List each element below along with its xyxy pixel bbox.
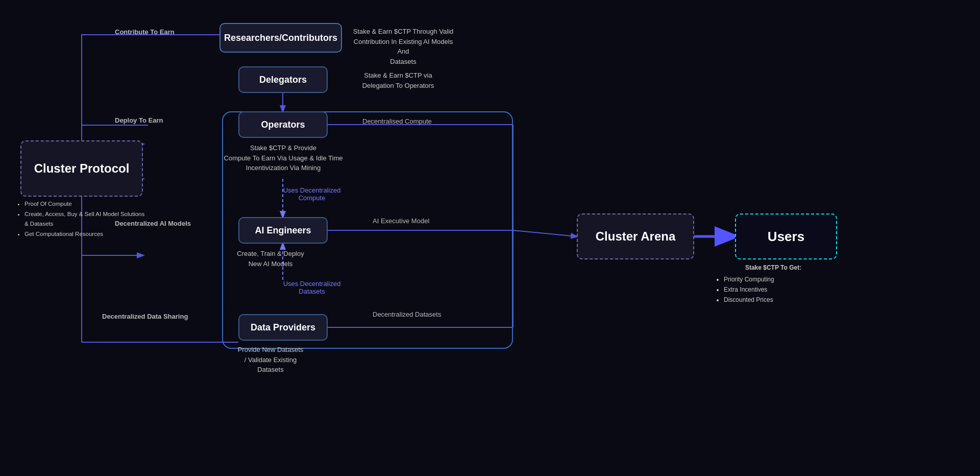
bullet-discounted-prices: Discounted Prices	[724, 295, 832, 304]
cluster-protocol-label: Cluster Protocol	[34, 161, 130, 176]
users-stake-title: Stake $CTP To Get:	[715, 263, 832, 272]
users-label: Users	[768, 229, 804, 245]
cluster-protocol-bullets: Proof Of Compute Create, Access, Buy & S…	[15, 199, 148, 239]
label-decentralized-data-sharing: Decentralized Data Sharing	[102, 313, 188, 320]
bullet-priority-computing: Priority Computing	[724, 275, 832, 284]
node-cluster-arena: Cluster Arena	[577, 213, 694, 259]
label-decentralized-ai-models: Decentralized AI Models	[115, 220, 191, 227]
researchers-label: Researchers/Contributors	[224, 33, 337, 43]
users-bullets: Priority Computing Extra Incentives Disc…	[715, 275, 832, 304]
node-operators: Operators	[238, 111, 328, 138]
delegators-label: Delegators	[259, 75, 307, 85]
label-uses-decentralized-compute: Uses Decentralized Compute	[274, 186, 350, 202]
node-delegators: Delegators	[238, 66, 328, 93]
desc-ai-engineers: Create, Train & Deploy New AI Models	[219, 249, 322, 269]
label-uses-decentralized-datasets: Uses Decentralized Datasets	[274, 280, 350, 295]
desc-delegators: Stake & Earn $CTP via Delegation To Oper…	[347, 70, 449, 90]
label-ai-executive-model: AI Executive Model	[373, 217, 429, 225]
desc-operators: Stake $CTP & Provide Compute To Earn Via…	[219, 143, 347, 173]
label-deploy-to-earn: Deploy To Earn	[115, 116, 163, 124]
cluster-arena-label: Cluster Arena	[596, 229, 676, 244]
node-ai-engineers: AI Engineers	[238, 217, 328, 244]
label-decentralized-datasets: Decentralized Datasets	[373, 311, 441, 318]
label-contribute-to-earn: Contribute To Earn	[115, 28, 175, 36]
node-data-providers: Data Providers	[238, 314, 328, 341]
label-decentralised-compute: Decentralised Compute	[362, 117, 432, 125]
ai-engineers-label: AI Engineers	[255, 225, 311, 236]
bullet-proof-of-compute: Proof Of Compute	[24, 199, 148, 208]
svg-line-6	[513, 230, 577, 236]
desc-users: Stake $CTP To Get: Priority Computing Ex…	[715, 263, 832, 305]
operators-label: Operators	[261, 120, 305, 130]
bullet-get-resources: Get Computational Resources	[24, 229, 148, 239]
diagram-container: Researchers/Contributors Delegators Oper…	[0, 0, 980, 476]
node-users: Users	[735, 213, 837, 259]
desc-data-providers: Provide New Datasets / Validate Existing…	[219, 345, 322, 375]
bullet-extra-incentives: Extra Incentives	[724, 285, 832, 294]
node-cluster-protocol: Cluster Protocol	[20, 140, 143, 197]
node-researchers: Researchers/Contributors	[219, 23, 342, 53]
desc-researchers: Stake & Earn $CTP Through Valid Contribu…	[347, 27, 459, 66]
data-providers-label: Data Providers	[251, 322, 315, 333]
